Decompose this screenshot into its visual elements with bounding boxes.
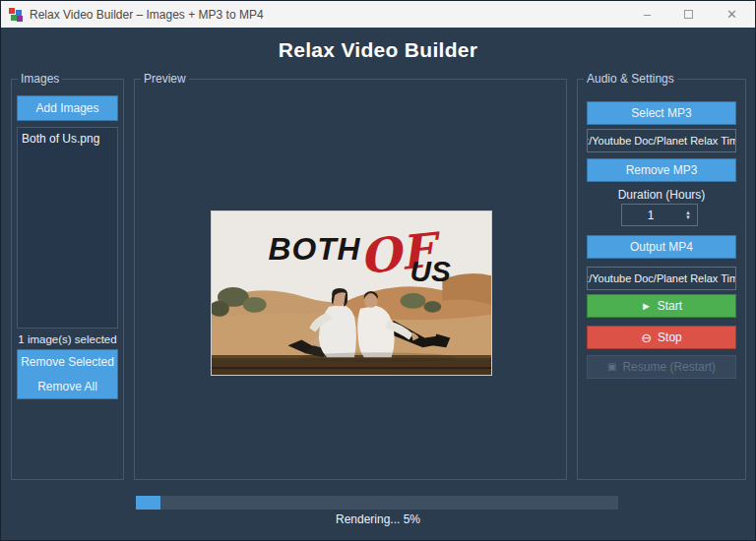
- play-icon: ►: [641, 301, 652, 312]
- maximize-icon[interactable]: [684, 10, 693, 19]
- duration-input[interactable]: [622, 205, 679, 225]
- stop-icon: ⊖: [641, 331, 652, 344]
- remove-selected-button[interactable]: Remove Selected: [17, 349, 118, 374]
- resume-restart-button[interactable]: ▣ Resume (Restart): [587, 355, 736, 379]
- render-status-label: Rendering... 5%: [1, 512, 755, 526]
- add-images-button[interactable]: Add Images: [17, 95, 118, 121]
- restart-icon: ▣: [607, 362, 616, 372]
- preview-image-art: BOTH OF US: [212, 211, 491, 375]
- close-icon[interactable]: ✕: [726, 8, 737, 21]
- audio-settings-legend: Audio & Settings: [584, 72, 677, 86]
- images-panel-legend: Images: [18, 72, 62, 86]
- titlebar: Relax Video Builder – Images + MP3 to MP…: [1, 1, 755, 28]
- remove-all-button[interactable]: Remove All: [17, 374, 118, 399]
- duration-label: Duration (Hours): [578, 188, 745, 202]
- select-mp3-button[interactable]: Select MP3: [587, 101, 736, 125]
- app-icon: [9, 8, 23, 22]
- resume-button-label: Resume (Restart): [622, 360, 716, 374]
- render-progress-bar: [136, 496, 618, 510]
- images-panel: Images Add Images Both of Us.png 1 image…: [11, 72, 124, 480]
- start-button-label: Start: [658, 299, 682, 313]
- start-button[interactable]: ► Start: [587, 294, 736, 318]
- stop-button-label: Stop: [658, 331, 682, 344]
- overlay-both: BOTH: [269, 231, 361, 267]
- preview-panel: Preview: [134, 72, 567, 480]
- selected-count-label: 1 image(s) selected: [12, 333, 123, 345]
- remove-mp3-button[interactable]: Remove MP3: [587, 158, 736, 182]
- duration-stepper[interactable]: ▲ ▼: [621, 204, 698, 226]
- app-window: Relax Video Builder – Images + MP3 to MP…: [0, 0, 756, 541]
- page-title: Relax Video Builder: [1, 38, 755, 62]
- render-progress-fill: [136, 496, 160, 510]
- preview-image: BOTH OF US: [211, 210, 492, 376]
- image-file-list[interactable]: Both of Us.png: [17, 127, 118, 329]
- overlay-us: US: [410, 255, 452, 287]
- preview-panel-legend: Preview: [141, 72, 189, 86]
- output-mp4-button[interactable]: Output MP4: [587, 235, 736, 259]
- window-title: Relax Video Builder – Images + MP3 to MP…: [30, 8, 264, 22]
- stop-button[interactable]: ⊖ Stop: [587, 326, 736, 349]
- minimize-icon[interactable]: –: [644, 8, 651, 21]
- audio-settings-panel: Audio & Settings Select MP3 E:/Youtube D…: [577, 72, 746, 480]
- spin-down-icon[interactable]: ▼: [685, 215, 691, 220]
- mp4-path-field[interactable]: E:/Youtube Doc/Planet Relax Time: [587, 267, 736, 290]
- list-item[interactable]: Both of Us.png: [18, 128, 117, 150]
- mp3-path-field[interactable]: E:/Youtube Doc/Planet Relax Time: [587, 129, 736, 152]
